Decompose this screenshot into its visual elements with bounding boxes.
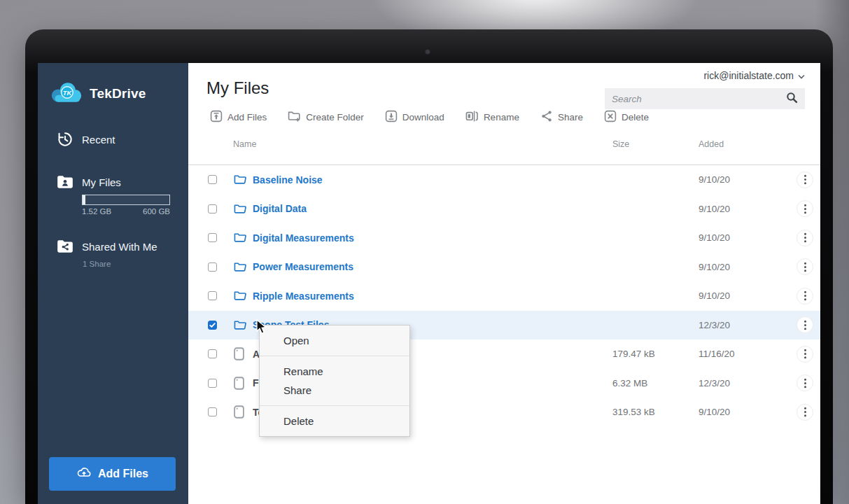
context-menu-item-share[interactable]: Share [260,381,409,400]
row-kebab-menu-button[interactable] [797,346,813,363]
recent-history-icon [56,130,74,148]
toolbar-button-label: Rename [484,112,519,122]
file-added-date: 9/10/20 [699,174,790,185]
folder-icon [234,174,246,185]
sidebar: TK TekDrive Recent [38,63,188,504]
toolbar-button-label: Share [558,112,583,122]
storage-used: 1.52 GB [82,207,111,216]
context-menu: OpenRenameShareDelete [259,325,410,437]
context-menu-group: Open [260,326,409,356]
tekdrive-logo-icon: TK [50,81,83,106]
add-files-button[interactable]: Add Files [49,457,176,491]
download-icon [385,110,398,125]
storage-usage-labels: 1.52 GB 600 GB [82,207,170,216]
search-icon[interactable] [786,92,798,106]
file-icon [234,405,246,419]
row-kebab-menu-button[interactable] [797,374,813,391]
row-kebab-menu-button[interactable] [797,230,813,246]
column-header-added[interactable]: Added [699,139,724,149]
toolbar: Add FilesCreate FolderDownloadRenameShar… [210,110,649,125]
row-checkbox[interactable] [208,321,217,330]
context-menu-item-delete[interactable]: Delete [260,412,409,430]
table-row[interactable]: Ripple Measurements9/10/20 [188,281,820,311]
search-box [605,88,805,109]
account-email: rick@initialstate.com [703,70,794,81]
svg-text:TK: TK [63,90,73,97]
file-name-link[interactable]: Baseline Noise [253,174,612,186]
sidebar-item-shared-with-me[interactable]: Shared With Me [82,241,157,253]
toolbar-button-delete[interactable]: Delete [604,110,649,125]
toolbar-button-create-folder[interactable]: Create Folder [288,110,364,125]
page-title: My Files [206,78,269,98]
file-icon [234,347,246,360]
row-checkbox[interactable] [208,407,217,416]
account-menu[interactable]: rick@initialstate.com [703,70,805,81]
photo-background: TK TekDrive Recent [0,0,849,504]
sidebar-item-recent[interactable]: Recent [82,134,115,146]
folder-icon [234,204,246,214]
row-checkbox[interactable] [208,204,217,214]
context-menu-item-open[interactable]: Open [260,331,409,350]
row-checkbox[interactable] [208,233,217,242]
toolbar-button-rename[interactable]: Rename [465,110,519,125]
toolbar-button-label: Delete [622,112,649,122]
storage-usage-bar [82,195,170,205]
context-menu-item-rename[interactable]: Rename [260,362,409,381]
table-row[interactable]: Digital Data9/10/20 [188,195,820,224]
toolbar-button-label: Create Folder [306,112,364,122]
file-size: 319.53 kB [612,407,699,417]
toolbar-button-share[interactable]: Share [540,110,583,125]
toolbar-button-label: Download [402,112,444,122]
sidebar-item-my-files[interactable]: My Files [82,176,121,188]
folder-icon [234,232,246,243]
mouse-cursor [256,319,268,337]
brand-name: TekDrive [90,86,146,102]
cloud-upload-icon [76,465,92,483]
main-content: rick@initialstate.com My Files [188,63,820,504]
toolbar-button-add-files[interactable]: Add Files [210,110,267,125]
file-name-link[interactable]: Digital Measurements [253,232,612,244]
table-row[interactable]: Power Measurements9/10/20 [188,253,820,282]
storage-usage-fill [83,195,85,204]
row-checkbox[interactable] [208,291,217,300]
file-added-date: 12/3/20 [699,378,790,388]
file-added-date: 9/10/20 [699,407,790,417]
row-kebab-menu-button[interactable] [797,404,813,421]
row-kebab-menu-button[interactable] [797,288,813,304]
brand: TK TekDrive [50,81,146,106]
row-kebab-menu-button[interactable] [797,258,813,275]
shared-folder-icon [56,237,74,255]
folder-icon [234,320,246,330]
row-kebab-menu-button[interactable] [797,172,813,188]
my-files-folder-icon [56,173,74,191]
row-kebab-menu-button[interactable] [797,200,813,217]
file-name-link[interactable]: Ripple Measurements [253,290,612,302]
file-name-link[interactable]: Power Measurements [253,261,612,272]
share-count: 1 Share [83,260,111,268]
file-icon [234,377,246,390]
column-header-size[interactable]: Size [612,139,629,149]
row-kebab-menu-button[interactable] [797,316,813,333]
toolbar-button-label: Add Files [227,112,267,122]
row-checkbox[interactable] [208,379,217,388]
file-size: 6.32 MB [612,378,699,388]
file-name-link[interactable]: Digital Data [253,203,612,214]
file-added-date: 11/16/20 [699,349,790,359]
app-window: TK TekDrive Recent [38,63,820,504]
toolbar-button-download[interactable]: Download [385,110,444,125]
folder-icon [234,290,246,301]
context-menu-group: RenameShare [260,356,409,406]
row-checkbox[interactable] [208,175,217,184]
table-row[interactable]: Baseline Noise9/10/20 [188,165,820,195]
table-row[interactable]: Digital Measurements9/10/20 [188,223,820,253]
chevron-down-icon [798,70,805,81]
search-input[interactable] [612,94,786,104]
share-icon [540,110,553,125]
row-checkbox[interactable] [208,262,217,272]
column-header-name[interactable]: Name [233,139,256,149]
file-added-date: 9/10/20 [699,204,790,214]
file-added-date: 9/10/20 [699,262,790,272]
file-size: 179.47 kB [612,349,699,359]
row-checkbox[interactable] [208,349,217,358]
add-files-button-label: Add Files [98,468,148,480]
